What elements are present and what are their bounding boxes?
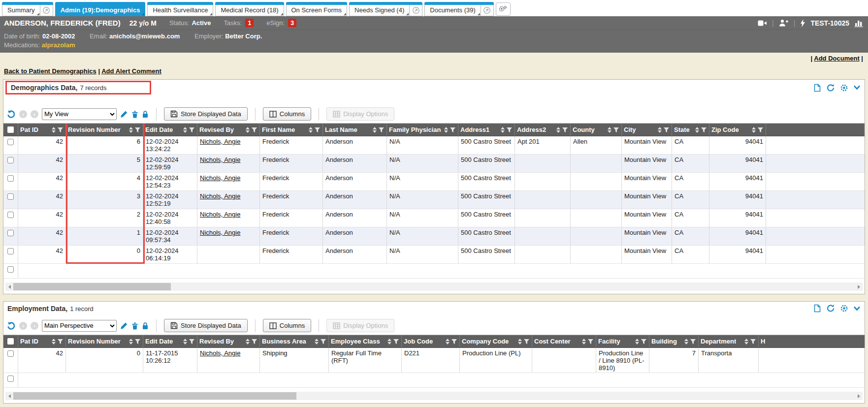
row-checkbox[interactable]	[7, 157, 14, 163]
filter-funnel-icon[interactable]	[506, 127, 513, 133]
scroll-right-arrow[interactable]	[855, 282, 863, 291]
popout-icon[interactable]	[481, 5, 494, 16]
column-header-family-physician[interactable]: Family Physician	[387, 124, 458, 136]
nav-forward-icon[interactable]: ›	[31, 322, 38, 330]
sort-icon[interactable]	[556, 127, 560, 133]
filter-funnel-icon[interactable]	[134, 127, 141, 133]
tab-health-surveillance[interactable]: Health Surveillance	[147, 5, 213, 16]
sort-icon[interactable]	[246, 339, 250, 344]
lightning-icon[interactable]	[800, 19, 805, 27]
scroll-right-arrow[interactable]	[855, 392, 863, 400]
column-header-revision-number[interactable]: Revision Number	[66, 335, 143, 347]
filter-funnel-icon[interactable]	[134, 339, 141, 344]
medications-value[interactable]: alprazolam	[42, 41, 75, 49]
scrollbar-thumb[interactable]	[13, 392, 296, 400]
filter-funnel-icon[interactable]	[613, 127, 619, 133]
demographics-horizontal-scrollbar[interactable]	[5, 282, 863, 291]
column-header-state[interactable]: State	[672, 124, 709, 136]
column-header-revised-by[interactable]: Revised By	[197, 124, 260, 136]
sort-icon[interactable]	[315, 339, 319, 344]
filter-funnel-icon[interactable]	[189, 127, 195, 133]
filter-funnel-icon[interactable]	[750, 339, 756, 344]
column-header-cost-center[interactable]: Cost Center	[532, 335, 596, 347]
new-document-icon[interactable]	[813, 84, 821, 92]
settings-gear-icon[interactable]	[840, 84, 848, 92]
row-checkbox[interactable]	[7, 193, 14, 200]
column-header-pat-id[interactable]: Pat ID	[18, 124, 66, 136]
revised-by-link[interactable]: Nichols, Angie	[200, 229, 240, 236]
column-header-facility[interactable]: Facility	[596, 335, 649, 347]
nav-forward-icon[interactable]: ›	[31, 110, 38, 118]
edit-view-pencil-icon[interactable]	[120, 110, 128, 118]
row-checkbox[interactable]	[7, 376, 14, 382]
tab-needs-signed-4[interactable]: Needs Signed (4)	[349, 5, 410, 16]
employment-horizontal-scrollbar[interactable]	[5, 392, 863, 400]
popout-icon[interactable]	[410, 5, 422, 16]
column-header-business-area[interactable]: Business Area	[260, 335, 329, 347]
filter-funnel-icon[interactable]	[378, 127, 385, 133]
sort-icon[interactable]	[744, 339, 748, 344]
sort-icon[interactable]	[518, 339, 522, 344]
collapse-chevron-icon[interactable]	[853, 85, 861, 90]
revised-by-link[interactable]: Nichols, Angie	[200, 349, 240, 357]
filter-funnel-icon[interactable]	[690, 339, 696, 344]
filter-funnel-icon[interactable]	[451, 339, 457, 344]
column-header-department[interactable]: Department	[699, 335, 759, 347]
sort-icon[interactable]	[501, 127, 505, 133]
sort-icon[interactable]	[246, 127, 250, 133]
filter-funnel-icon[interactable]	[57, 339, 64, 344]
column-header-building[interactable]: Building	[649, 335, 699, 347]
row-checkbox[interactable]	[7, 139, 14, 145]
sort-icon[interactable]	[52, 339, 56, 344]
scroll-left-arrow[interactable]	[5, 392, 13, 400]
undo-icon[interactable]	[6, 321, 16, 330]
add-alert-comment-link[interactable]: Add Alert Comment	[101, 67, 161, 75]
column-header-job-code[interactable]: Job Code	[402, 335, 460, 347]
sort-icon[interactable]	[129, 339, 133, 344]
column-header-employee-class[interactable]: Employee Class	[329, 335, 402, 347]
sort-icon[interactable]	[183, 127, 187, 133]
lock-view-icon[interactable]	[142, 110, 149, 118]
sort-icon[interactable]	[684, 339, 688, 344]
nav-back-icon[interactable]: ‹	[19, 110, 27, 118]
sort-icon[interactable]	[129, 127, 133, 133]
tab-summary[interactable]: Summary	[2, 5, 40, 16]
scroll-left-arrow[interactable]	[5, 282, 13, 291]
column-header-address1[interactable]: Address1	[458, 124, 515, 136]
scrollbar-thumb[interactable]	[13, 283, 171, 290]
row-checkbox[interactable]	[7, 230, 14, 236]
column-header-company-code[interactable]: Company Code	[460, 335, 532, 347]
revised-by-link[interactable]: Nichols, Angie	[200, 156, 240, 163]
columns-button[interactable]: Columns	[263, 107, 311, 121]
delete-view-trash-icon[interactable]	[131, 322, 138, 330]
video-call-icon[interactable]	[758, 20, 767, 27]
filter-funnel-icon[interactable]	[641, 339, 647, 344]
filter-funnel-icon[interactable]	[393, 339, 399, 344]
row-checkbox[interactable]	[7, 350, 14, 357]
column-header-revised-by[interactable]: Revised By	[197, 335, 260, 347]
store-displayed-data-button[interactable]: Store Displayed Data	[164, 319, 248, 332]
collapse-chevron-icon[interactable]	[853, 306, 861, 311]
filter-funnel-icon[interactable]	[189, 339, 195, 344]
view-select[interactable]: My View	[42, 108, 117, 120]
popout-icon[interactable]	[40, 5, 53, 16]
sort-icon[interactable]	[387, 339, 391, 344]
filter-funnel-icon[interactable]	[523, 339, 530, 344]
tab-documents-39[interactable]: Documents (39)	[424, 5, 481, 16]
settings-gear-icon[interactable]	[840, 304, 848, 313]
filter-funnel-icon[interactable]	[57, 127, 64, 133]
undo-icon[interactable]	[6, 110, 16, 119]
select-all-checkbox[interactable]	[7, 338, 14, 344]
edit-view-pencil-icon[interactable]	[120, 322, 128, 330]
column-header-h[interactable]: H	[759, 335, 865, 347]
sort-icon[interactable]	[752, 127, 756, 133]
view-select[interactable]: Main Perspective	[42, 320, 117, 332]
display-options-button[interactable]: Display Options	[326, 107, 394, 121]
revised-by-link[interactable]: Nichols, Angie	[200, 192, 240, 200]
sort-icon[interactable]	[309, 127, 313, 133]
esign-count-badge[interactable]: 3	[288, 19, 296, 27]
row-checkbox[interactable]	[7, 266, 14, 273]
column-header-revision-number[interactable]: Revision Number	[66, 124, 143, 136]
new-document-icon[interactable]	[813, 304, 821, 313]
column-header-edit-date[interactable]: Edit Date	[143, 335, 197, 347]
